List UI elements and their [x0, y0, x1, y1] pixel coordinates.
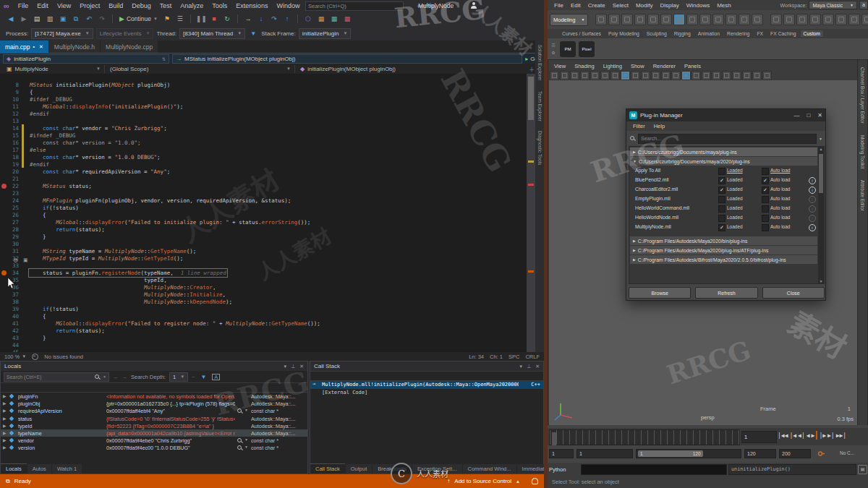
status-line-icon[interactable]	[783, 14, 795, 25]
status-line-icon[interactable]	[739, 14, 750, 25]
panel-toolbar-icon[interactable]	[692, 71, 701, 80]
autoload-all-checkbox[interactable]	[762, 168, 769, 175]
browse-button[interactable]: Browse	[629, 287, 691, 299]
tab-multiplynode-cpp[interactable]: MultiplyNode.cpp	[101, 40, 158, 53]
tab-command-wind[interactable]: Command Wind...	[463, 464, 516, 474]
panel-menu-view[interactable]: View	[550, 63, 570, 69]
continue-button[interactable]: ▶Continue▼	[119, 15, 158, 22]
maya-menu-display[interactable]: Display	[657, 2, 683, 9]
expander-icon[interactable]: ▶	[3, 437, 7, 442]
panel-toolbar-icon[interactable]	[641, 71, 650, 80]
tab-breakpoints[interactable]: Breakpoints	[373, 464, 412, 474]
back-icon[interactable]: ◀	[6, 15, 16, 22]
editor-scrollbar-thumb[interactable]	[528, 77, 534, 120]
status-line-icon[interactable]	[673, 14, 685, 25]
vs-menu-debug[interactable]: Debug	[127, 2, 156, 9]
info-icon[interactable]: i	[809, 215, 816, 222]
timeline-track[interactable]	[549, 429, 740, 445]
status-line-icon[interactable]	[647, 14, 659, 25]
close-icon[interactable]: ✕	[299, 364, 304, 369]
close-icon[interactable]: ✕	[817, 112, 822, 119]
status-line-icon[interactable]	[770, 14, 782, 25]
toolbar-icon-red[interactable]: ▦	[342, 15, 352, 22]
process-combo[interactable]: [17472] Maya.exe▼	[31, 28, 93, 39]
scroll-down-icon[interactable]: ▼	[818, 279, 824, 283]
loaded-checkbox[interactable]: ✓	[718, 224, 726, 231]
search-depth-combo[interactable]: 1 ▼	[169, 372, 188, 382]
info-icon[interactable]: i	[809, 177, 816, 184]
loaded-checkbox[interactable]	[718, 196, 726, 203]
autoload-checkbox[interactable]	[762, 205, 769, 213]
shelf-tab-animation[interactable]: Animation	[695, 30, 723, 37]
thread-combo[interactable]: [8340] Main Thread▼	[179, 28, 245, 39]
character-set-menu[interactable]: No C...	[840, 450, 854, 455]
user-avatar[interactable]	[470, 2, 477, 9]
locals-row-typename[interactable]: ▶typeName{api_data=0x000001a042ca9b10 {a…	[1, 429, 307, 437]
panel-toolbar-icon[interactable]	[702, 71, 711, 80]
vs-quick-search-input[interactable]: Search (Ctrl+Q)	[305, 1, 404, 11]
scope-global-combo[interactable]: (Global Scope) ▼	[106, 65, 295, 73]
redo-icon[interactable]: ↷	[97, 15, 107, 22]
show-next-statement-icon[interactable]: →	[243, 15, 253, 22]
undo-icon[interactable]: ↶	[84, 15, 94, 22]
shelf-tab-fx-caching[interactable]: FX Caching	[767, 30, 799, 37]
plugin-search-input[interactable]: Search...	[638, 134, 817, 144]
callstack-row[interactable]: [External Code]	[310, 389, 543, 397]
magnifier-icon[interactable]	[237, 445, 243, 451]
playback-start-field[interactable]: 1	[576, 449, 633, 458]
magnifier-icon[interactable]	[237, 408, 243, 414]
panel-toolbar-icon[interactable]	[570, 71, 579, 80]
playback-5-button[interactable]: |▶	[819, 432, 826, 439]
panel-menu-shading[interactable]: Shading	[570, 63, 599, 69]
current-frame-marker[interactable]	[552, 432, 556, 445]
script-editor-icon[interactable]: ▤	[858, 465, 867, 474]
tasks-icon[interactable]: ☰	[175, 15, 185, 22]
notifications-bell-icon[interactable]	[532, 478, 538, 484]
sidebar-tab-modeling-toolkit[interactable]: Modeling Toolkit	[860, 135, 865, 169]
zoom-combo[interactable]: 100 % ▼	[4, 354, 26, 360]
minimize-icon[interactable]: —	[793, 112, 799, 119]
shelf-tab-custom[interactable]: Custom	[801, 30, 823, 37]
status-line-icon[interactable]	[686, 14, 698, 25]
vs-menu-window[interactable]: Window	[272, 2, 304, 9]
locals-row-typeid[interactable]: ▶typeId{fId=52223 {fTag=0x0000007C23B8B4…	[1, 422, 307, 429]
flag-format-icon[interactable]: A	[212, 374, 220, 380]
panel-toolbar-icon[interactable]	[631, 71, 640, 80]
pm-menu-filter[interactable]: Filter	[629, 123, 649, 129]
plus-icon[interactable]: ＋	[529, 65, 535, 73]
toolbar-icon-teal[interactable]: ▦	[329, 15, 339, 22]
close-icon[interactable]: ✕	[39, 44, 43, 50]
anim-end-field[interactable]: 200	[779, 449, 811, 458]
panel-toolbar-icon[interactable]	[671, 71, 681, 80]
shelf-tab-rigging[interactable]: Rigging	[671, 30, 694, 37]
restart-icon[interactable]: ↻	[222, 15, 232, 22]
status-line-icon[interactable]	[699, 14, 711, 25]
triangle-right-icon[interactable]: ▶	[633, 257, 636, 262]
locals-row-pluginfn[interactable]: ▶pluginFn<Information not available, no …	[1, 393, 307, 400]
pin-icon[interactable]: ⊥	[527, 364, 531, 369]
panel-toolbar-icon[interactable]	[590, 71, 600, 80]
panel-toolbar-icon[interactable]	[651, 71, 660, 80]
editor-scrollbar[interactable]	[527, 74, 535, 352]
plugin-path-row[interactable]: ▶C:/Users/czurbrigg/Documents/maya/plug-…	[630, 147, 817, 156]
side-tab-solution-explorer[interactable]: Solution Explorer	[537, 45, 542, 81]
tab-call-stack[interactable]: Call Stack	[310, 463, 345, 474]
toolbar-icon-hex[interactable]: ⬡	[303, 15, 313, 22]
add-to-source-control-button[interactable]: Add to Source Control	[454, 478, 511, 484]
set-key-icon[interactable]	[818, 450, 825, 457]
magnifier-icon[interactable]	[237, 437, 243, 444]
status-line-icon[interactable]	[712, 14, 724, 25]
chevron-down-icon[interactable]: ▾	[284, 364, 287, 369]
breakpoint-icon[interactable]	[1, 184, 7, 189]
plugin-path-row[interactable]: ▶C:/Program Files/Autodesk/Bifrost/Maya2…	[630, 255, 817, 264]
maya-menu-file[interactable]: File	[550, 2, 567, 9]
expander-icon[interactable]: ▶	[3, 445, 7, 450]
collapse-icon[interactable]: −	[192, 374, 195, 380]
symbol-combo[interactable]: ◈ initializePlugin ⇅	[3, 54, 169, 64]
tab-autos[interactable]: Autos	[27, 464, 51, 474]
shelf-button-pixel[interactable]: Pixel	[579, 41, 595, 57]
playback-7-button[interactable]: ▶▶|	[836, 432, 846, 439]
expander-icon[interactable]: ▶	[3, 430, 7, 435]
loaded-checkbox[interactable]: ✓	[718, 177, 726, 184]
plugin-manager-titlebar[interactable]: M Plug-in Manager — □ ✕	[626, 109, 825, 121]
